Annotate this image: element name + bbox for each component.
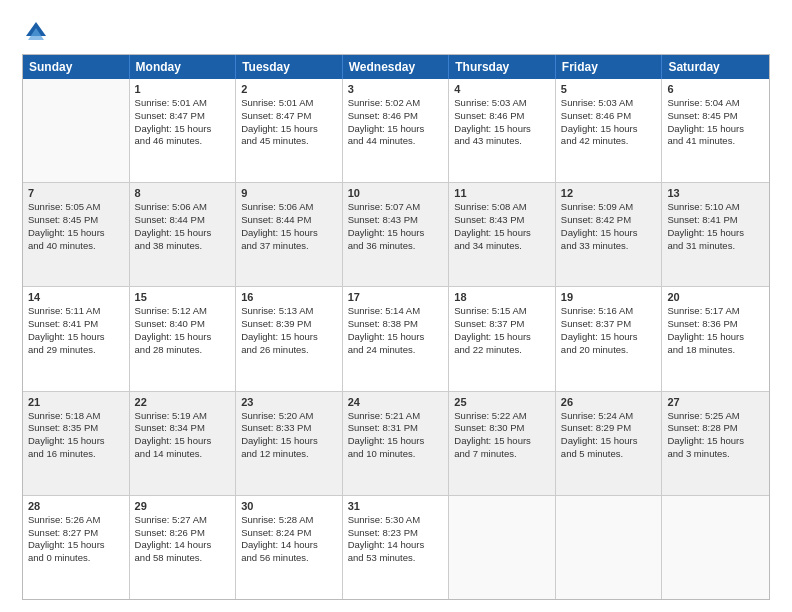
cell-line: and 28 minutes. bbox=[135, 344, 231, 357]
cell-line: and 10 minutes. bbox=[348, 448, 444, 461]
day-number: 10 bbox=[348, 187, 444, 199]
cell-line: Sunrise: 5:18 AM bbox=[28, 410, 124, 423]
cell-line: Sunset: 8:26 PM bbox=[135, 527, 231, 540]
cell-line: Sunset: 8:47 PM bbox=[241, 110, 337, 123]
cell-line: and 43 minutes. bbox=[454, 135, 550, 148]
cell-line: and 53 minutes. bbox=[348, 552, 444, 565]
cell-line: Sunset: 8:37 PM bbox=[561, 318, 657, 331]
day-number: 16 bbox=[241, 291, 337, 303]
weekday-header-tuesday: Tuesday bbox=[236, 55, 343, 79]
cell-line: Sunrise: 5:01 AM bbox=[135, 97, 231, 110]
cell-line: Sunset: 8:41 PM bbox=[28, 318, 124, 331]
cell-line: and 14 minutes. bbox=[135, 448, 231, 461]
cell-line: and 36 minutes. bbox=[348, 240, 444, 253]
cell-line: Sunrise: 5:03 AM bbox=[454, 97, 550, 110]
cell-line: Sunrise: 5:07 AM bbox=[348, 201, 444, 214]
cell-line: Sunset: 8:30 PM bbox=[454, 422, 550, 435]
day-number: 24 bbox=[348, 396, 444, 408]
cell-line: Daylight: 15 hours bbox=[348, 123, 444, 136]
weekday-header-saturday: Saturday bbox=[662, 55, 769, 79]
cell-line: Daylight: 15 hours bbox=[667, 227, 764, 240]
weekday-header-thursday: Thursday bbox=[449, 55, 556, 79]
cell-line: Sunset: 8:37 PM bbox=[454, 318, 550, 331]
cell-line: Daylight: 15 hours bbox=[135, 227, 231, 240]
cell-line: Sunset: 8:44 PM bbox=[241, 214, 337, 227]
cell-line: Sunset: 8:35 PM bbox=[28, 422, 124, 435]
page: SundayMondayTuesdayWednesdayThursdayFrid… bbox=[0, 0, 792, 612]
cell-line: Sunrise: 5:09 AM bbox=[561, 201, 657, 214]
calendar-cell-r0c2: 2Sunrise: 5:01 AMSunset: 8:47 PMDaylight… bbox=[236, 79, 343, 182]
calendar-cell-r0c4: 4Sunrise: 5:03 AMSunset: 8:46 PMDaylight… bbox=[449, 79, 556, 182]
cell-line: and 41 minutes. bbox=[667, 135, 764, 148]
cell-line: and 58 minutes. bbox=[135, 552, 231, 565]
cell-line: Sunset: 8:39 PM bbox=[241, 318, 337, 331]
cell-line: Sunrise: 5:06 AM bbox=[135, 201, 231, 214]
cell-line: Sunrise: 5:24 AM bbox=[561, 410, 657, 423]
cell-line: and 56 minutes. bbox=[241, 552, 337, 565]
calendar-cell-r2c0: 14Sunrise: 5:11 AMSunset: 8:41 PMDayligh… bbox=[23, 287, 130, 390]
logo bbox=[22, 18, 54, 46]
cell-line: Sunset: 8:34 PM bbox=[135, 422, 231, 435]
cell-line: Daylight: 15 hours bbox=[28, 435, 124, 448]
calendar-row-4: 28Sunrise: 5:26 AMSunset: 8:27 PMDayligh… bbox=[23, 496, 769, 599]
calendar-cell-r4c6 bbox=[662, 496, 769, 599]
cell-line: Sunset: 8:23 PM bbox=[348, 527, 444, 540]
cell-line: and 18 minutes. bbox=[667, 344, 764, 357]
calendar-cell-r3c6: 27Sunrise: 5:25 AMSunset: 8:28 PMDayligh… bbox=[662, 392, 769, 495]
cell-line: Daylight: 14 hours bbox=[348, 539, 444, 552]
calendar-cell-r1c5: 12Sunrise: 5:09 AMSunset: 8:42 PMDayligh… bbox=[556, 183, 663, 286]
cell-line: Sunrise: 5:22 AM bbox=[454, 410, 550, 423]
day-number: 30 bbox=[241, 500, 337, 512]
cell-line: and 31 minutes. bbox=[667, 240, 764, 253]
day-number: 22 bbox=[135, 396, 231, 408]
calendar-cell-r4c1: 29Sunrise: 5:27 AMSunset: 8:26 PMDayligh… bbox=[130, 496, 237, 599]
day-number: 15 bbox=[135, 291, 231, 303]
cell-line: and 26 minutes. bbox=[241, 344, 337, 357]
day-number: 3 bbox=[348, 83, 444, 95]
calendar-cell-r0c0 bbox=[23, 79, 130, 182]
cell-line: Daylight: 15 hours bbox=[348, 435, 444, 448]
cell-line: Daylight: 15 hours bbox=[348, 331, 444, 344]
cell-line: Sunrise: 5:13 AM bbox=[241, 305, 337, 318]
calendar-cell-r3c5: 26Sunrise: 5:24 AMSunset: 8:29 PMDayligh… bbox=[556, 392, 663, 495]
cell-line: and 34 minutes. bbox=[454, 240, 550, 253]
calendar-cell-r2c1: 15Sunrise: 5:12 AMSunset: 8:40 PMDayligh… bbox=[130, 287, 237, 390]
cell-line: and 38 minutes. bbox=[135, 240, 231, 253]
day-number: 12 bbox=[561, 187, 657, 199]
calendar-cell-r3c2: 23Sunrise: 5:20 AMSunset: 8:33 PMDayligh… bbox=[236, 392, 343, 495]
cell-line: Sunrise: 5:12 AM bbox=[135, 305, 231, 318]
cell-line: and 20 minutes. bbox=[561, 344, 657, 357]
cell-line: and 16 minutes. bbox=[28, 448, 124, 461]
logo-icon bbox=[22, 18, 50, 46]
cell-line: and 7 minutes. bbox=[454, 448, 550, 461]
cell-line: Daylight: 15 hours bbox=[454, 123, 550, 136]
cell-line: and 42 minutes. bbox=[561, 135, 657, 148]
calendar-cell-r4c5 bbox=[556, 496, 663, 599]
cell-line: Sunset: 8:46 PM bbox=[561, 110, 657, 123]
cell-line: Daylight: 15 hours bbox=[241, 435, 337, 448]
cell-line: Sunrise: 5:21 AM bbox=[348, 410, 444, 423]
day-number: 1 bbox=[135, 83, 231, 95]
cell-line: Daylight: 15 hours bbox=[454, 435, 550, 448]
cell-line: Daylight: 15 hours bbox=[561, 227, 657, 240]
cell-line: Daylight: 15 hours bbox=[454, 331, 550, 344]
cell-line: Daylight: 15 hours bbox=[135, 331, 231, 344]
cell-line: Sunset: 8:47 PM bbox=[135, 110, 231, 123]
cell-line: Daylight: 15 hours bbox=[667, 331, 764, 344]
header bbox=[22, 18, 770, 46]
day-number: 19 bbox=[561, 291, 657, 303]
calendar-cell-r0c1: 1Sunrise: 5:01 AMSunset: 8:47 PMDaylight… bbox=[130, 79, 237, 182]
cell-line: Sunrise: 5:11 AM bbox=[28, 305, 124, 318]
cell-line: Sunrise: 5:30 AM bbox=[348, 514, 444, 527]
calendar-cell-r2c2: 16Sunrise: 5:13 AMSunset: 8:39 PMDayligh… bbox=[236, 287, 343, 390]
weekday-header-sunday: Sunday bbox=[23, 55, 130, 79]
cell-line: Sunset: 8:24 PM bbox=[241, 527, 337, 540]
day-number: 4 bbox=[454, 83, 550, 95]
cell-line: Sunrise: 5:05 AM bbox=[28, 201, 124, 214]
day-number: 25 bbox=[454, 396, 550, 408]
cell-line: Daylight: 15 hours bbox=[28, 331, 124, 344]
cell-line: Daylight: 15 hours bbox=[241, 331, 337, 344]
cell-line: Sunset: 8:45 PM bbox=[28, 214, 124, 227]
cell-line: Sunset: 8:38 PM bbox=[348, 318, 444, 331]
cell-line: and 22 minutes. bbox=[454, 344, 550, 357]
